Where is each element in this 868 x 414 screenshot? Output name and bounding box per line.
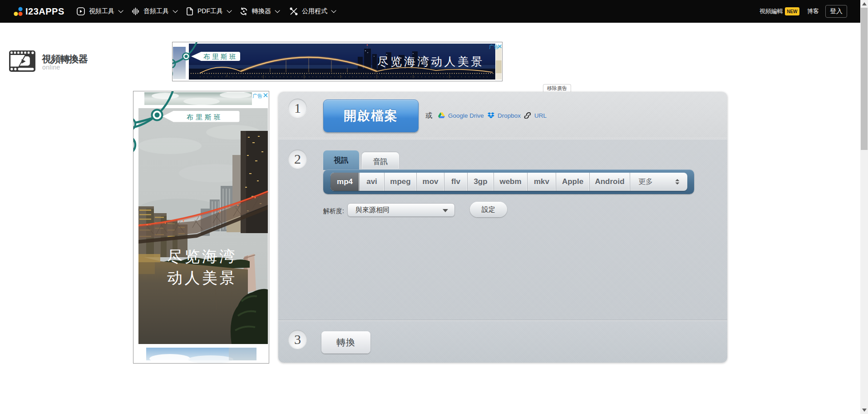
svg-text:广告: 广告 [489,44,499,50]
svg-text:动人美景: 动人美景 [167,269,237,286]
svg-text:布里斯班: 布里斯班 [203,53,238,60]
svg-text:尽览海湾动人美景: 尽览海湾动人美景 [377,55,484,68]
svg-text:布里斯班: 布里斯班 [187,113,223,121]
svg-text:尽览海湾: 尽览海湾 [167,248,237,265]
svg-text:广告: 广告 [252,93,262,99]
